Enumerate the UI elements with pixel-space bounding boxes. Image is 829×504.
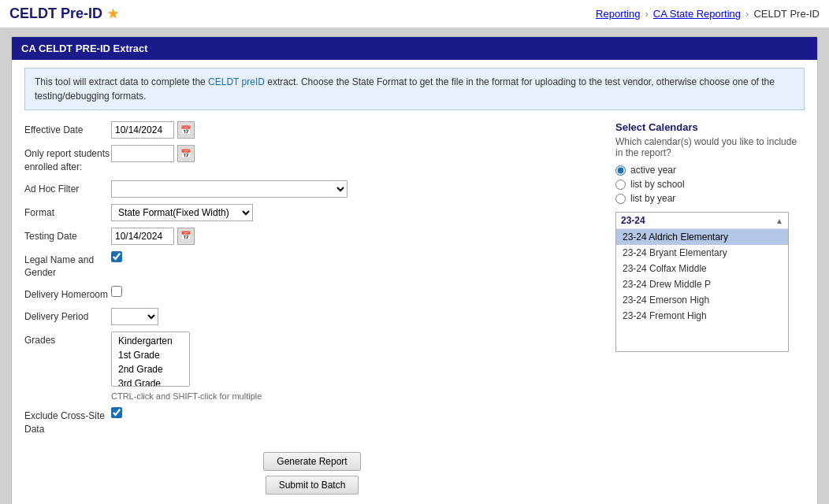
generate-report-button[interactable]: Generate Report [263,452,360,471]
calendar-icon-2: 📅 [180,149,191,159]
info-text: This tool will extract data to complete … [24,68,805,110]
only-report-control: 📅 [111,145,600,162]
testing-date-calendar-btn[interactable]: 📅 [177,228,195,245]
only-report-calendar-btn[interactable]: 📅 [177,145,195,162]
star-icon[interactable]: ★ [107,6,118,21]
calendars-title: Select Calendars [615,121,805,133]
delivery-period-select[interactable] [111,308,158,325]
delivery-period-row: Delivery Period [24,308,600,325]
celdt-preid-link[interactable]: CELDT preID [208,76,265,87]
effective-date-input[interactable]: 10/14/2024 [111,121,174,139]
delivery-homeroom-checkbox[interactable] [111,286,122,297]
calendar-item-2[interactable]: 23-24 Colfax Middle [616,261,788,276]
calendar-list-header-text: 23-24 [621,215,645,226]
calendar-icon-3: 📅 [180,231,191,241]
adhoc-filter-row: Ad Hoc Filter [24,180,600,198]
delivery-homeroom-row: Delivery Homeroom [24,286,600,302]
calendar-item-1[interactable]: 23-24 Bryant Elementary [616,245,788,261]
effective-date-calendar-btn[interactable]: 📅 [177,121,195,139]
testing-date-control: 10/14/2024 📅 [111,228,600,245]
calendar-item-5[interactable]: 23-24 Fremont High [616,308,788,324]
calendars-subtitle: Which calendar(s) would you like to incl… [615,136,805,158]
radio-group: active year list by school list by year [615,165,805,204]
testing-date-input[interactable]: 10/14/2024 [111,228,174,245]
page-title: CELDT Pre-ID ★ [9,6,118,22]
breadcrumb-sep-1: › [645,8,648,20]
radio-active-year-label: active year [630,165,676,176]
calendar-list[interactable]: 23-24 Aldrich Elementary 23-24 Bryant El… [616,229,788,351]
legal-name-control [111,251,600,262]
panel-body: This tool will extract data to complete … [12,60,817,504]
legal-name-checkbox[interactable] [111,251,122,262]
buttons-area: Generate Report Submit to Batch [24,452,600,495]
breadcrumb-reporting[interactable]: Reporting [596,8,640,20]
radio-list-by-school-label: list by school [630,179,685,190]
radio-list-by-year[interactable]: list by year [615,193,805,204]
panel-header: CA CELDT PRE-ID Extract [12,37,817,60]
calendar-listbox-header: 23-24 ▲ [616,213,788,229]
submit-to-batch-button[interactable]: Submit to Batch [266,476,359,495]
breadcrumb-ca-state-reporting[interactable]: CA State Reporting [653,8,741,20]
panel: CA CELDT PRE-ID Extract This tool will e… [11,36,818,504]
format-control: State Format(Fixed Width) Testing Format… [111,204,600,221]
calendar-item-3[interactable]: 23-24 Drew Middle P [616,276,788,292]
adhoc-filter-control [111,180,600,198]
calendars-section: Select Calendars Which calendar(s) would… [615,121,805,495]
info-before-link: This tool will extract data to complete … [35,76,208,87]
top-nav: CELDT Pre-ID ★ Reporting › CA State Repo… [0,0,829,28]
effective-date-label: Effective Date [24,121,111,137]
testing-date-label: Testing Date [24,228,111,243]
exclude-control [111,407,600,418]
radio-list-by-school[interactable]: list by school [615,179,805,190]
only-report-row: Only report students enrolled after: 📅 [24,145,600,174]
testing-date-row: Testing Date 10/14/2024 📅 [24,228,600,245]
exclude-checkbox[interactable] [111,407,122,418]
exclude-label: Exclude Cross-Site Data [24,407,111,436]
delivery-homeroom-label: Delivery Homeroom [24,286,111,302]
radio-active-year-input[interactable] [615,165,626,176]
delivery-period-control [111,308,600,325]
calendar-item-4[interactable]: 23-24 Emerson High [616,292,788,308]
exclude-row: Exclude Cross-Site Data [24,407,600,436]
grades-label: Grades [24,332,111,347]
only-report-input[interactable] [111,145,174,162]
format-label: Format [24,204,111,220]
form-left: Effective Date 10/14/2024 📅 Only report … [24,121,600,495]
breadcrumb-current: CELDT Pre-ID [753,8,820,20]
radio-list-by-year-input[interactable] [615,194,626,204]
breadcrumb-sep-2: › [745,8,749,20]
grades-row: Grades Kindergarten 1st Grade 2nd Grade … [24,332,600,401]
format-select[interactable]: State Format(Fixed Width) Testing Format… [111,204,253,221]
calendar-listbox-container: 23-24 ▲ 23-24 Aldrich Elementary 23-24 B… [615,212,789,352]
format-row: Format State Format(Fixed Width) Testing… [24,204,600,221]
radio-active-year[interactable]: active year [615,165,805,176]
breadcrumb: Reporting › CA State Reporting › CELDT P… [596,8,820,20]
legal-name-label: Legal Name and Gender [24,251,111,280]
calendar-item-0[interactable]: 23-24 Aldrich Elementary [616,229,788,245]
only-report-label: Only report students enrolled after: [24,145,111,174]
grades-control: Kindergarten 1st Grade 2nd Grade 3rd Gra… [111,332,600,401]
delivery-period-label: Delivery Period [24,308,111,324]
effective-date-row: Effective Date 10/14/2024 📅 [24,121,600,139]
legal-name-row: Legal Name and Gender [24,251,600,280]
title-text: CELDT Pre-ID [9,6,102,22]
radio-list-by-school-input[interactable] [615,180,626,190]
radio-list-by-year-label: list by year [630,193,675,204]
effective-date-control: 10/14/2024 📅 [111,121,600,139]
adhoc-filter-label: Ad Hoc Filter [24,180,111,196]
adhoc-filter-select[interactable] [111,180,348,198]
calendar-icon: 📅 [180,125,191,135]
main-content: CA CELDT PRE-ID Extract This tool will e… [0,28,829,504]
delivery-homeroom-control [111,286,600,297]
grades-select[interactable]: Kindergarten 1st Grade 2nd Grade 3rd Gra… [111,332,190,387]
scroll-up-icon: ▲ [775,217,783,225]
grades-hint: CTRL-click and SHIFT-click for multiple [111,391,262,401]
form-area: Effective Date 10/14/2024 📅 Only report … [24,121,805,495]
